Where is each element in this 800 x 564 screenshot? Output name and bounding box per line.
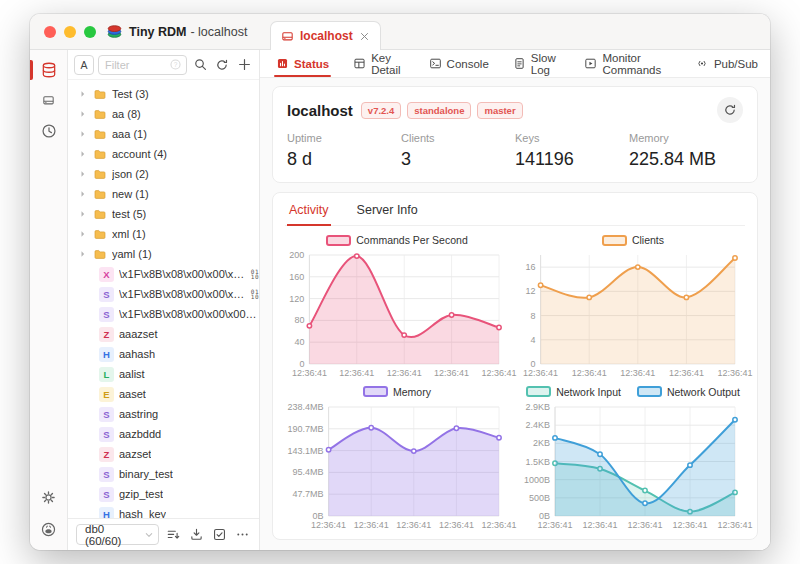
tab-status[interactable]: Status [264, 50, 341, 77]
tab-activity[interactable]: Activity [287, 193, 331, 225]
activity-tabs: ActivityServer Info [285, 193, 745, 226]
legend-item[interactable]: Network Input [526, 386, 621, 398]
chevron-right-icon[interactable] [78, 209, 88, 219]
key-row[interactable]: Saazbddd [68, 424, 259, 444]
folder-row[interactable]: new (1) [68, 184, 259, 204]
chevron-right-icon[interactable] [78, 229, 88, 239]
svg-text:12:36:41: 12:36:41 [523, 368, 558, 378]
tab-key-detail[interactable]: Key Detail [341, 50, 416, 77]
zoom-window-button[interactable] [84, 26, 96, 38]
rail-item-server[interactable] [30, 94, 67, 107]
close-icon[interactable] [359, 31, 370, 42]
reload-keys-button[interactable] [213, 56, 231, 74]
legend-item[interactable]: Commands Per Second [326, 234, 467, 246]
search-button[interactable] [191, 56, 209, 74]
key-label: aazbddd [119, 428, 161, 440]
folder-row[interactable]: yaml (1) [68, 244, 259, 264]
key-row[interactable]: Zaazset [68, 444, 259, 464]
chart-plot: 12:36:4112:36:4112:36:4112:36:4112:36:41… [285, 248, 509, 380]
minimize-window-button[interactable] [64, 26, 76, 38]
stat-uptime: Uptime8 d [287, 132, 401, 170]
key-row[interactable]: X\x1F\x8B\x08\x00\x00\x00\x0...0110 [68, 264, 259, 284]
rail-item-history[interactable] [30, 122, 67, 140]
sort-keys-button[interactable] [164, 526, 182, 544]
key-type-badge: S [99, 467, 114, 482]
chart-plot: 12:36:4112:36:4112:36:4112:36:4112:36:41… [521, 248, 745, 380]
key-label: \x1F\x8B\x08\x00\x00\x09n\x8... [119, 288, 246, 300]
legend-item[interactable]: Network Output [637, 386, 740, 398]
folder-label: test (5) [112, 208, 146, 220]
folder-row[interactable]: test (5) [68, 204, 259, 224]
chart-network: Network InputNetwork Output12:36:4112:36… [521, 384, 745, 532]
legend-swatch [326, 235, 351, 246]
chevron-right-icon[interactable] [78, 129, 88, 139]
rail-item-settings[interactable] [30, 489, 67, 506]
checkbox-mode-button[interactable] [210, 526, 228, 544]
svg-text:12:36:41: 12:36:41 [339, 368, 374, 378]
key-row[interactable]: Hhash_key [68, 504, 259, 518]
status-icon [276, 57, 289, 70]
stat-label: Clients [401, 132, 515, 144]
database-icon [40, 61, 58, 79]
add-key-button[interactable] [235, 56, 253, 74]
svg-text:47.7MB: 47.7MB [293, 489, 324, 499]
folder-row[interactable]: account (4) [68, 144, 259, 164]
filter-bar: A ? [68, 50, 259, 80]
key-row[interactable]: Sbinary_test [68, 464, 259, 484]
chevron-down-icon [143, 529, 155, 541]
svg-text:2KB: 2KB [533, 438, 550, 448]
server-icon [281, 30, 294, 43]
key-row[interactable]: S\x1F\x8B\x08\x00\x00\x00\x00\x0... [68, 304, 259, 324]
svg-text:0B: 0B [539, 511, 550, 521]
close-window-button[interactable] [44, 26, 56, 38]
folder-row[interactable]: Test (3) [68, 84, 259, 104]
svg-text:12:36:41: 12:36:41 [572, 368, 607, 378]
connection-tab-localhost[interactable]: localhost [270, 21, 381, 50]
tab-monitor-commands[interactable]: Monitor Commands [572, 50, 682, 77]
key-type-badge: H [99, 347, 114, 362]
key-type-badge: L [99, 367, 114, 382]
legend-item[interactable]: Clients [602, 234, 664, 246]
rail-item-database[interactable] [30, 61, 67, 79]
key-row[interactable]: Saastring [68, 404, 259, 424]
tab-pub-sub[interactable]: Pub/Sub [683, 50, 770, 77]
chevron-right-icon[interactable] [78, 189, 88, 199]
refresh-icon [723, 103, 737, 117]
chevron-right-icon[interactable] [78, 109, 88, 119]
tab-console[interactable]: Console [417, 50, 501, 77]
folder-row[interactable]: json (2) [68, 164, 259, 184]
svg-text:1.5KB: 1.5KB [525, 456, 550, 466]
tab-slow-log[interactable]: Slow Log [501, 50, 573, 77]
tab-label: Pub/Sub [714, 58, 758, 70]
svg-text:2.9KB: 2.9KB [525, 402, 550, 412]
chevron-right-icon[interactable] [78, 89, 88, 99]
key-row[interactable]: Haahash [68, 344, 259, 364]
folder-row[interactable]: aa (8) [68, 104, 259, 124]
folder-row[interactable]: xml (1) [68, 224, 259, 244]
window-controls [44, 26, 96, 38]
key-row[interactable]: Laalist [68, 364, 259, 384]
filter-mode-button[interactable]: A [74, 55, 94, 75]
filter-input[interactable] [105, 59, 169, 71]
more-button[interactable] [233, 526, 251, 544]
chevron-right-icon[interactable] [78, 249, 88, 259]
db-select[interactable]: db0 (60/60) [76, 524, 159, 545]
chevron-right-icon[interactable] [78, 149, 88, 159]
key-label: binary_test [119, 468, 173, 480]
import-keys-button[interactable] [187, 526, 205, 544]
key-row[interactable]: Eaaset [68, 384, 259, 404]
console-icon [429, 57, 442, 70]
legend-item[interactable]: Memory [363, 386, 431, 398]
key-row[interactable]: Zaaazset [68, 324, 259, 344]
refresh-status-button[interactable] [717, 97, 743, 123]
key-type-badge: S [99, 407, 114, 422]
server-badge: standalone [407, 102, 471, 119]
rail-item-github[interactable] [30, 521, 67, 538]
folder-row[interactable]: aaa (1) [68, 124, 259, 144]
svg-text:12:36:41: 12:36:41 [481, 368, 516, 378]
tab-server-info[interactable]: Server Info [355, 193, 420, 225]
key-row[interactable]: S\x1F\x8B\x08\x00\x00\x09n\x8...0110 [68, 284, 259, 304]
svg-text:0: 0 [299, 359, 304, 369]
chevron-right-icon[interactable] [78, 169, 88, 179]
key-row[interactable]: Sgzip_test [68, 484, 259, 504]
